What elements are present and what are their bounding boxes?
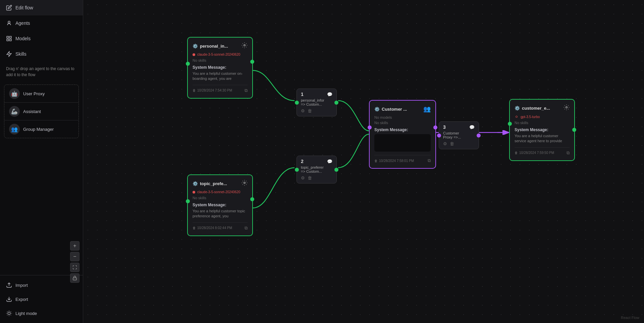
copy-btn-cg[interactable]: ⧉ [428,158,431,163]
light-mode-label: Light mode [15,311,37,316]
settings-icon-ce [564,104,570,110]
gear-icon-personal: ⚙️ [193,44,198,49]
models-icon [6,36,12,42]
node-customer-group-timestamp: 🗑 10/28/2024 7:58:01 PM [374,159,414,163]
node-customer-e-model: gpt-3.5-turbo [515,115,570,119]
edge-node-1-footer: ⚙ 🗑 [301,108,332,113]
node-personal-in-settings[interactable] [241,42,248,50]
node-customer-group-no-models: No models [374,115,431,119]
lock-button[interactable] [70,273,79,283]
svg-point-21 [566,107,568,108]
edge-node-2[interactable]: 2 💬 topic_preferer=> Custom... ⚙ 🗑 [297,156,337,183]
sidebar-item-edit-flow[interactable]: Edit flow [0,0,83,15]
models-label: Models [15,36,31,41]
agents-icon [6,20,12,26]
svg-rect-4 [7,39,8,41]
node-topic-prefe-settings[interactable] [241,180,248,187]
connections-svg [83,0,644,323]
node-personal-in[interactable]: ⚙️ personal_in... claude-3-5-sonnet-2024… [187,37,253,99]
edge-node-2-num: 2 [301,159,304,164]
multi-agent-icon: 👥 [423,106,431,112]
port-edge2-left[interactable] [295,168,299,172]
delete-btn-edge2[interactable]: 🗑 [308,175,312,180]
import-icon [6,282,12,288]
edge-node-1-text: personal_infor=> Custom... [301,98,332,106]
node-customer-e-timestamp: 🗑 10/28/2024 7:59:50 PM [515,151,554,155]
gear-icon-ce: ⚙️ [515,106,520,111]
svg-line-13 [11,315,11,315]
port-topic-right[interactable] [250,197,254,201]
chat-icon-edge1: 💬 [327,92,332,97]
svg-line-12 [7,311,7,312]
edit-icon [6,5,12,11]
edge-node-3-num: 3 [443,124,446,130]
settings-btn-edge2[interactable]: ⚙ [301,175,305,180]
port-customer-e-right[interactable] [572,128,576,132]
svg-point-9 [8,312,10,315]
sidebar-item-models[interactable]: Models [0,31,83,46]
svg-rect-2 [10,36,11,38]
node-customer-e-sys-text: You are a helpful customer service agent… [515,133,570,144]
port-edge2-right[interactable] [334,168,338,172]
copy-btn-topic[interactable]: ⧉ [245,225,248,231]
gear-icon-topic: ⚙️ [193,181,198,186]
svg-rect-1 [7,36,8,38]
model-dot-topic [193,191,195,194]
sidebar-item-agents[interactable]: Agents [0,15,83,31]
delete-btn-edge3[interactable]: 🗑 [450,141,454,146]
user-proxy-label: User Proxy [23,91,45,96]
model-dot [193,53,195,56]
node-customer-group-actions: ⧉ [428,158,431,163]
port-personal-in-right[interactable] [250,60,254,64]
zoom-in-button[interactable]: + [70,241,79,251]
node-customer-e-settings[interactable] [564,104,570,112]
node-customer-e-sys-label: System Message: [515,127,570,132]
node-topic-prefe-footer: 🗑 10/28/2024 8:02:44 PM ⧉ [193,222,248,231]
sidebar-item-export[interactable]: Export [0,292,83,306]
port-customer-e-left[interactable] [508,122,512,126]
svg-point-22 [516,116,518,118]
assistant-icon: 🦾 [9,106,20,117]
node-customer-group[interactable]: ⚙️ Customer ... 👥 No models No skills Sy… [369,100,436,169]
canvas[interactable]: ⚙️ personal_in... claude-3-5-sonnet-2024… [83,0,644,323]
port-edge3-left[interactable] [437,133,441,138]
zoom-out-button[interactable]: − [70,252,79,261]
agent-item-assistant[interactable]: 🦾 Assistant [4,103,78,120]
port-topic-left[interactable] [186,199,190,203]
sidebar-item-light-mode[interactable]: Light mode [0,306,83,320]
node-personal-in-no-skills: No skills [193,58,248,62]
node-customer-e-actions: ⧉ [567,150,570,156]
port-personal-in-left[interactable] [186,62,190,66]
port-customer-group-right[interactable] [433,125,437,129]
node-customer-e[interactable]: ⚙️ customer_e... gpt-3.5-turbo No skills… [509,99,575,161]
fit-view-button[interactable] [70,263,79,272]
copy-btn-ce[interactable]: ⧉ [567,150,570,156]
node-topic-prefe[interactable]: ⚙️ topic_prefe... claude-3-5-sonnet-2024… [187,174,253,236]
port-edge1-right[interactable] [334,101,338,105]
node-personal-in-actions: ⧉ [245,88,248,93]
edge-node-3[interactable]: 3 💬 CustomerProxy =>... ⚙ 🗑 [439,121,479,149]
node-personal-in-sys-text: You are a helpful customer on-boarding a… [193,71,248,82]
group-manager-label: Group Manager [23,127,54,132]
port-customer-group-left[interactable] [368,125,372,129]
edge-node-2-text: topic_preferer=> Custom... [301,165,332,173]
agent-item-group-manager[interactable]: 👥 Group Manager [4,120,78,138]
user-proxy-icon: 🤖 [9,88,20,99]
node-customer-group-settings[interactable]: 👥 [423,105,431,113]
delete-btn-edge1[interactable]: 🗑 [308,108,312,113]
chat-icon-edge2: 💬 [327,159,332,164]
node-customer-e-header: ⚙️ customer_e... [515,104,570,112]
svg-point-0 [8,21,10,23]
edge-node-1[interactable]: 1 💬 personal_infor=> Custom... ⚙ 🗑 [297,89,337,116]
skills-icon [6,51,12,57]
port-edge3-right[interactable] [477,133,481,138]
settings-btn-edge3[interactable]: ⚙ [443,141,447,146]
copy-btn-personal[interactable]: ⧉ [245,88,248,93]
agent-item-user-proxy[interactable]: 🤖 User Proxy [4,85,78,103]
settings-btn-edge1[interactable]: ⚙ [301,108,305,113]
port-edge1-left[interactable] [295,101,299,105]
node-topic-prefe-sys-text: You are a helpful customer topic prefere… [193,209,248,219]
export-icon [6,296,12,302]
agents-label: Agents [15,20,30,26]
sidebar-item-skills[interactable]: Skills [0,46,83,62]
